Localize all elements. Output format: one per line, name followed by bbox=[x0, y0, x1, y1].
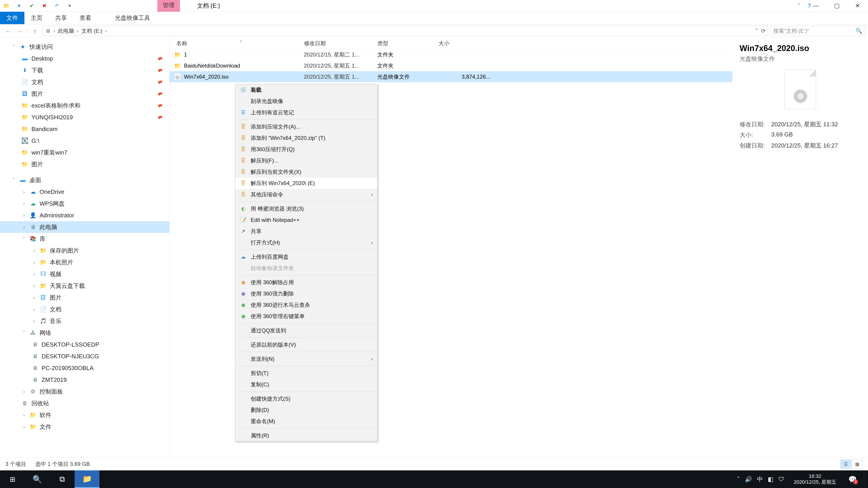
nav-yunqishi[interactable]: 📁YUNQISHI2019📌 bbox=[0, 111, 169, 123]
cm-360-force[interactable]: ◉使用 360强力删除 bbox=[235, 288, 377, 299]
manage-tab[interactable]: 管理 bbox=[157, 0, 180, 11]
nav-quick-access[interactable]: ˅★快速访问 bbox=[0, 41, 169, 53]
close-button[interactable]: ✕ bbox=[847, 0, 868, 11]
nav-lib-videos[interactable]: ›🎞视频 bbox=[0, 268, 169, 280]
crumb-drive-e[interactable]: 文档 (E:) bbox=[80, 27, 104, 35]
start-button[interactable]: ⊞ bbox=[0, 470, 25, 488]
action-center-button[interactable]: 💬 3 bbox=[846, 473, 859, 486]
ribbon-image-tools-tab[interactable]: 光盘映像工具 bbox=[108, 12, 156, 24]
nav-net-pc3[interactable]: 🖥PC-20190530OBLA bbox=[0, 362, 169, 374]
cm-mount[interactable]: 💿装载 bbox=[235, 84, 377, 96]
nav-libraries[interactable]: ˅📚库 bbox=[0, 233, 169, 245]
nav-downloads[interactable]: ⬇下载📌 bbox=[0, 64, 169, 76]
search-button[interactable]: 🔍 bbox=[25, 470, 50, 488]
cm-360-scan[interactable]: ◉使用 360进行木马云查杀 bbox=[235, 299, 377, 311]
tray-app-icon[interactable]: ◧ bbox=[768, 476, 774, 483]
col-size[interactable]: 大小 bbox=[438, 40, 500, 47]
cm-open-with[interactable]: 打开方式(H)› bbox=[235, 237, 377, 248]
nav-forward-button[interactable]: → bbox=[14, 26, 25, 36]
nav-back-button[interactable]: ← bbox=[3, 26, 14, 36]
nav-net-pc2[interactable]: 🖥DESKTOP-NJEU3CG bbox=[0, 350, 169, 362]
ribbon-expand-icon[interactable]: ˅ bbox=[794, 3, 803, 9]
crumb-this-pc[interactable]: 此电脑 bbox=[56, 27, 76, 35]
nav-this-pc[interactable]: ›🖥此电脑 bbox=[0, 221, 169, 233]
col-type[interactable]: 类型 bbox=[377, 40, 438, 47]
show-desktop-button[interactable] bbox=[864, 470, 867, 488]
nav-software[interactable]: ›📁软件 bbox=[0, 409, 169, 421]
cm-npp[interactable]: 📝Edit with Notepad++ bbox=[235, 215, 377, 226]
qat-delete-icon[interactable]: ✖ bbox=[40, 1, 49, 10]
ribbon-view-tab[interactable]: 查看 bbox=[73, 12, 98, 24]
breadcrumb[interactable]: 🖥 › 此电脑 › 文档 (E:) › ˅ ⟳ bbox=[43, 26, 768, 36]
qat-dropdown-icon[interactable]: ▾ bbox=[14, 1, 24, 10]
column-headers[interactable]: 名称˄ 修改日期 类型 大小 bbox=[169, 38, 733, 49]
cm-baidu-upload[interactable]: ☁上传到百度网盘 bbox=[235, 251, 377, 263]
nav-lib-camera[interactable]: ›📁本机照片 bbox=[0, 256, 169, 268]
addr-refresh-icon[interactable]: ⟳ bbox=[761, 28, 766, 34]
cm-qq-send[interactable]: 通过QQ发送到 bbox=[235, 325, 377, 336]
nav-onedrive[interactable]: ›☁OneDrive bbox=[0, 186, 169, 198]
cm-delete[interactable]: 删除(D) bbox=[235, 404, 377, 416]
nav-lib-docs[interactable]: ›📄文档 bbox=[0, 303, 169, 315]
nav-network[interactable]: ˅🖧网络 bbox=[0, 327, 169, 339]
col-name[interactable]: 名称˄ bbox=[169, 40, 304, 47]
qat-menu-dropdown-icon[interactable]: ▾ bbox=[65, 1, 74, 10]
ribbon-home-tab[interactable]: 主页 bbox=[24, 12, 49, 24]
cm-extract-to[interactable]: 🗄解压到(F)... bbox=[235, 155, 377, 166]
cm-open-360[interactable]: 🗄用360压缩打开(Q) bbox=[235, 144, 377, 155]
ime-icon[interactable]: 中 bbox=[757, 475, 763, 483]
table-row[interactable]: Win7x64_2020.iso 2020/12/25, 星期五 1... 光盘… bbox=[169, 71, 733, 82]
view-thumbnails-button[interactable]: ▦ bbox=[852, 459, 863, 468]
addr-dropdown-icon[interactable]: ˅ bbox=[755, 28, 758, 34]
cm-burn[interactable]: 刻录光盘映像 bbox=[235, 96, 377, 107]
cm-shortcut[interactable]: 创建快捷方式(S) bbox=[235, 393, 377, 404]
nav-recycle[interactable]: 🗑回收站 bbox=[0, 397, 169, 409]
volume-icon[interactable]: 🔊 bbox=[745, 476, 752, 483]
chevron-right-icon[interactable]: › bbox=[53, 28, 56, 34]
nav-admin[interactable]: ›👤Administrator bbox=[0, 209, 169, 221]
table-row[interactable]: 📁 1 2020/12/15, 星期二 1... 文件夹 bbox=[169, 49, 733, 60]
cm-extract-folder[interactable]: 🗄解压到 Win7x64_2020\ (E) bbox=[235, 177, 377, 189]
nav-tree[interactable]: ˅★快速访问 ▬Desktop📌 ⬇下载📌 📄文档📌 🖼图片📌 📁excel表格… bbox=[0, 38, 169, 457]
cm-360-release[interactable]: ◉使用 360解除占用 bbox=[235, 277, 377, 288]
cm-bee-browser[interactable]: ◐用 蜂蜜浏览器 浏览(3) bbox=[235, 203, 377, 215]
ribbon-file-tab[interactable]: 文件 bbox=[0, 12, 24, 24]
taskview-button[interactable]: ⧉ bbox=[50, 470, 74, 488]
clock[interactable]: 16:32 2020/12/25, 星期五 bbox=[794, 473, 836, 485]
nav-wps[interactable]: ›☁WPS网盘 bbox=[0, 198, 169, 209]
nav-documents[interactable]: 📄文档📌 bbox=[0, 76, 169, 88]
cm-share[interactable]: ↗共享 bbox=[235, 226, 377, 237]
chevron-right-icon[interactable]: › bbox=[76, 28, 80, 34]
cm-restore[interactable]: 还原以前的版本(V) bbox=[235, 339, 377, 350]
tray-overflow-icon[interactable]: ˄ bbox=[737, 476, 740, 483]
nav-excel-folder[interactable]: 📁excel表格制作求和📌 bbox=[0, 100, 169, 111]
nav-lib-tianyi[interactable]: ›📁天翼云盘下载 bbox=[0, 280, 169, 292]
col-date[interactable]: 修改日期 bbox=[304, 40, 377, 47]
view-details-button[interactable]: ☰ bbox=[840, 459, 851, 468]
maximize-button[interactable]: ▢ bbox=[827, 0, 847, 11]
nav-desktop-root[interactable]: ˅▬桌面 bbox=[0, 174, 169, 186]
nav-desktop[interactable]: ▬Desktop📌 bbox=[0, 53, 169, 64]
qat-props-icon[interactable]: ✔ bbox=[27, 1, 36, 10]
cm-cut[interactable]: 剪切(T) bbox=[235, 367, 377, 379]
nav-control-panel[interactable]: ›⚙控制面板 bbox=[0, 386, 169, 397]
help-icon[interactable]: ? bbox=[805, 2, 814, 9]
nav-file[interactable]: ›📁文件 bbox=[0, 421, 169, 433]
cm-rename[interactable]: 重命名(M) bbox=[235, 416, 377, 427]
cm-send-to[interactable]: 发送到(N)› bbox=[235, 353, 377, 365]
nav-pictures-2[interactable]: 📁图片 bbox=[0, 158, 169, 170]
nav-lib-pictures[interactable]: ›🖼图片 bbox=[0, 292, 169, 303]
nav-net-pc1[interactable]: 🖥DESKTOP-LSSOEDP bbox=[0, 339, 169, 350]
nav-drive-g[interactable]: 💽G:\ bbox=[0, 135, 169, 147]
cm-props[interactable]: 属性(R) bbox=[235, 430, 377, 441]
nav-lib-music[interactable]: ›🎵音乐 bbox=[0, 315, 169, 327]
cm-other-compress[interactable]: 🗄其他压缩命令› bbox=[235, 189, 377, 200]
nav-net-pc4[interactable]: 🖥ZMT2019 bbox=[0, 374, 169, 386]
explorer-taskbar-button[interactable]: 📁 bbox=[74, 470, 99, 488]
cm-360-menu[interactable]: ◉使用 360管理右键菜单 bbox=[235, 311, 377, 322]
nav-bandicam[interactable]: 📁Bandicam bbox=[0, 123, 169, 135]
cm-add-archive[interactable]: 🗄添加到压缩文件(A)... bbox=[235, 121, 377, 132]
nav-history-dropdown[interactable]: ˅ bbox=[26, 29, 28, 33]
table-row[interactable]: 📁 BaiduNetdiskDownload 2020/12/25, 星期五 1… bbox=[169, 60, 733, 71]
cm-ynote[interactable]: ☰上传到有道云笔记 bbox=[235, 107, 377, 118]
